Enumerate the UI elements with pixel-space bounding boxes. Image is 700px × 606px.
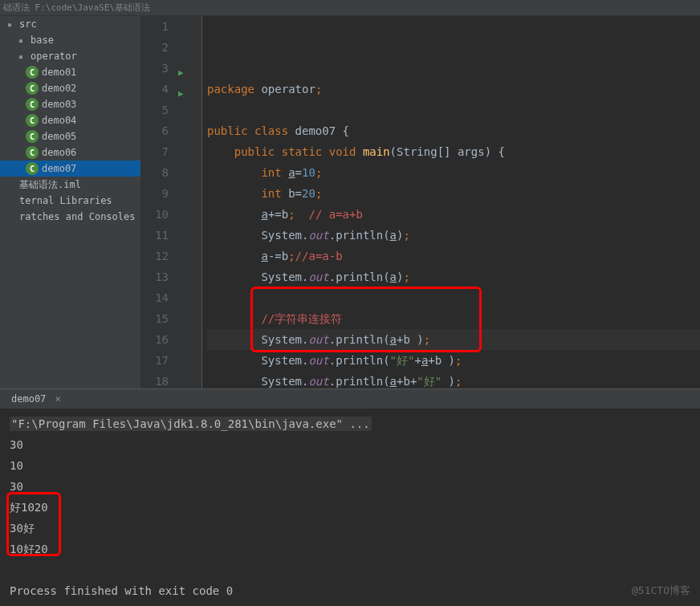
folder-icon: ▪ bbox=[14, 34, 27, 47]
tree-item-label: ternal Libraries bbox=[19, 195, 112, 206]
file-icon bbox=[3, 210, 16, 223]
class-icon: C bbox=[26, 162, 39, 175]
folder-icon: ▪ bbox=[3, 18, 16, 31]
code-line[interactable]: package operator; bbox=[207, 79, 700, 100]
file-icon bbox=[3, 178, 16, 191]
tree-item-label: src bbox=[19, 18, 37, 30]
console-line: 30好 bbox=[10, 518, 690, 539]
tree-item-label: demo06 bbox=[42, 147, 76, 158]
tree-item-operator[interactable]: ▪operator bbox=[0, 48, 140, 64]
line-number: 8 bbox=[141, 162, 169, 183]
tree-item-label: operator bbox=[31, 51, 77, 62]
editor-area: 12345678910111213141516171819 ▶▶ package… bbox=[141, 16, 700, 388]
class-icon: C bbox=[26, 146, 39, 159]
class-icon: C bbox=[26, 82, 39, 95]
tree-item-label: base bbox=[31, 35, 54, 46]
tree-item-demo02[interactable]: Cdemo02 bbox=[0, 80, 140, 96]
line-number: 2 bbox=[141, 37, 169, 58]
line-number: 17 bbox=[141, 350, 169, 371]
console-line: 10好20 bbox=[10, 539, 690, 559]
line-number: 13 bbox=[141, 266, 169, 287]
class-icon: C bbox=[26, 130, 39, 143]
code-line[interactable]: System.out.println(a); bbox=[207, 225, 700, 246]
tree-item-ratches and Consoles[interactable]: ratches and Consoles bbox=[0, 209, 140, 225]
tree-item-demo06[interactable]: Cdemo06 bbox=[0, 144, 140, 161]
line-number: 9 bbox=[141, 183, 169, 204]
line-number: 1 bbox=[141, 16, 169, 37]
class-icon: C bbox=[26, 66, 39, 79]
code-line[interactable]: int a=10; bbox=[207, 162, 700, 183]
tree-item-label: demo02 bbox=[42, 83, 76, 94]
main-area: ▪src▪base▪operatorCdemo01Cdemo02Cdemo03C… bbox=[0, 16, 700, 388]
tree-item-demo07[interactable]: Cdemo07 bbox=[0, 161, 140, 177]
code-line[interactable]: System.out.println(a); bbox=[207, 266, 700, 287]
line-number: 11 bbox=[141, 225, 169, 246]
console-line bbox=[10, 559, 690, 580]
console-line: 30 bbox=[10, 476, 690, 497]
tree-item-label: demo01 bbox=[42, 67, 76, 78]
code-line[interactable]: public static void main(String[] args) { bbox=[207, 141, 700, 162]
console-command: "F:\Program Files\Java\jdk1.8.0_281\bin\… bbox=[10, 413, 690, 434]
class-icon: C bbox=[26, 114, 39, 127]
code-line[interactable] bbox=[207, 287, 700, 308]
close-icon[interactable]: × bbox=[55, 393, 61, 405]
line-numbers: 12345678910111213141516171819 bbox=[141, 16, 175, 388]
code-editor[interactable]: 12345678910111213141516171819 ▶▶ package… bbox=[141, 16, 700, 388]
code-line[interactable]: //字符串连接符 bbox=[207, 308, 700, 329]
console-output[interactable]: "F:\Program Files\Java\jdk1.8.0_281\bin\… bbox=[0, 409, 700, 606]
tree-item-label: ratches and Consoles bbox=[19, 211, 136, 222]
console-tab-demo07[interactable]: demo07 × bbox=[6, 392, 66, 406]
watermark: @51CTO博客 bbox=[632, 584, 690, 598]
line-number: 3 bbox=[141, 58, 169, 79]
code-line[interactable]: System.out.println("好"+a+b ); bbox=[207, 350, 700, 371]
tree-item-src[interactable]: ▪src bbox=[0, 16, 140, 32]
line-number: 12 bbox=[141, 246, 169, 266]
class-icon: C bbox=[26, 98, 39, 111]
console-line: Process finished with exit code 0 bbox=[10, 580, 690, 601]
line-number: 5 bbox=[141, 100, 169, 120]
console-panel: demo07 × "F:\Program Files\Java\jdk1.8.0… bbox=[0, 388, 700, 606]
tree-item-demo03[interactable]: Cdemo03 bbox=[0, 96, 140, 112]
line-number: 7 bbox=[141, 141, 169, 162]
line-number: 6 bbox=[141, 120, 169, 141]
console-line: 好1020 bbox=[10, 497, 690, 518]
project-tree[interactable]: ▪src▪base▪operatorCdemo01Cdemo02Cdemo03C… bbox=[0, 16, 141, 388]
code-line[interactable] bbox=[207, 100, 700, 120]
tree-item-base[interactable]: ▪base bbox=[0, 32, 140, 48]
tree-item-demo05[interactable]: Cdemo05 bbox=[0, 128, 140, 144]
code-content[interactable]: package operator;public class demo07 { p… bbox=[202, 16, 700, 388]
code-line[interactable]: public class demo07 { bbox=[207, 120, 700, 141]
line-number: 14 bbox=[141, 287, 169, 308]
tree-item-demo01[interactable]: Cdemo01 bbox=[0, 64, 140, 80]
line-number: 4 bbox=[141, 79, 169, 100]
breadcrumb-bar: 础语法 F:\code\JavaSE\基础语法 bbox=[0, 0, 700, 16]
tree-item-label: demo04 bbox=[42, 115, 76, 126]
fold-gutter[interactable] bbox=[191, 16, 202, 388]
code-line[interactable]: int b=20; bbox=[207, 183, 700, 204]
line-number: 10 bbox=[141, 204, 169, 225]
tree-item-label: demo03 bbox=[42, 99, 76, 110]
run-icon[interactable]: ▶ bbox=[178, 83, 184, 104]
tree-item-ternal Libraries[interactable]: ternal Libraries bbox=[0, 193, 140, 209]
tree-item-label: demo07 bbox=[42, 163, 76, 174]
code-line[interactable]: System.out.println(a+b+"好" ); bbox=[207, 371, 700, 388]
tree-item-demo04[interactable]: Cdemo04 bbox=[0, 112, 140, 128]
run-gutter[interactable]: ▶▶ bbox=[175, 16, 191, 388]
console-tabs[interactable]: demo07 × bbox=[0, 389, 700, 409]
code-line[interactable]: a-=b;//a=a-b bbox=[207, 246, 700, 266]
breadcrumb-path: 础语法 F:\code\JavaSE\基础语法 bbox=[3, 2, 150, 14]
tree-item-label: 基础语法.iml bbox=[19, 178, 81, 192]
folder-icon: ▪ bbox=[14, 50, 27, 63]
console-line: 30 bbox=[10, 434, 690, 455]
line-number: 16 bbox=[141, 329, 169, 350]
code-line[interactable]: System.out.println(a+b ); bbox=[207, 329, 700, 350]
line-number: 18 bbox=[141, 371, 169, 388]
line-number: 15 bbox=[141, 308, 169, 329]
tree-item-label: demo05 bbox=[42, 131, 76, 142]
console-line: 10 bbox=[10, 455, 690, 476]
run-icon[interactable]: ▶ bbox=[178, 63, 184, 83]
code-line[interactable]: a+=b; // a=a+b bbox=[207, 204, 700, 225]
file-icon bbox=[3, 194, 16, 207]
tree-item-基础语法.iml[interactable]: 基础语法.iml bbox=[0, 177, 140, 193]
